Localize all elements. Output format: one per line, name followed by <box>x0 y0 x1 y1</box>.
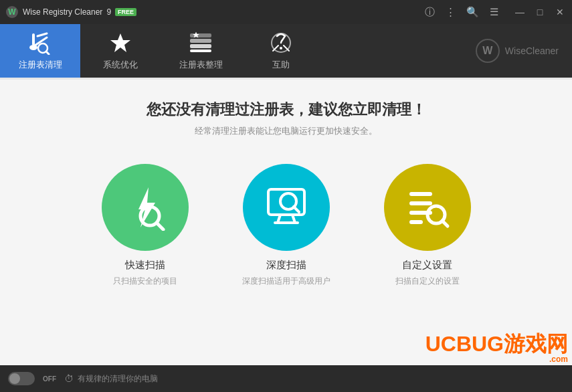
svg-line-32 <box>442 221 448 226</box>
deep-scan-feature[interactable]: 深度扫描 深度扫描适用于高级用户 <box>242 164 330 287</box>
title-bar: W Wise Registry Cleaner 9 FREE ⓘ ⋮ 🔍 ☰ —… <box>0 0 572 24</box>
clock-icon: ⏱ <box>64 373 74 384</box>
custom-scan-desc: 扫描自定义的设置 <box>395 276 460 287</box>
svg-rect-30 <box>409 220 423 224</box>
tab-registry-defrag[interactable]: 注册表整理 <box>161 24 241 78</box>
app-icon: W <box>5 5 19 19</box>
title-bar-controls: — □ ✕ <box>513 5 567 19</box>
tab-registry-clean-label: 注册表清理 <box>19 59 62 71</box>
title-bar-left: W Wise Registry Cleaner 9 FREE <box>5 5 136 19</box>
svg-text:W: W <box>8 7 16 17</box>
search-icon[interactable]: 🔍 <box>466 6 479 18</box>
info-icon[interactable]: ⓘ <box>425 6 435 19</box>
deep-scan-circle[interactable] <box>243 164 330 251</box>
footer-text: ⏱ 有规律的清理你的电脑 <box>64 373 158 385</box>
custom-scan-label: 自定义设置 <box>402 259 452 272</box>
deep-scan-desc: 深度扫描适用于高级用户 <box>242 276 330 287</box>
deep-scan-label: 深度扫描 <box>266 259 306 272</box>
schedule-toggle[interactable] <box>8 372 35 385</box>
tab-help[interactable]: 互助 <box>241 24 321 78</box>
brand-logo: W <box>476 39 500 63</box>
system-optimize-icon <box>108 31 132 55</box>
registry-defrag-icon <box>189 31 213 55</box>
custom-scan-feature[interactable]: 自定义设置 扫描自定义的设置 <box>384 164 471 287</box>
svg-line-7 <box>46 52 49 54</box>
fast-scan-label: 快速扫描 <box>125 259 165 272</box>
main-subtitle: 经常清理注册表能让您电脑运行更加快速安全。 <box>195 125 377 137</box>
svg-line-20 <box>157 223 163 229</box>
svg-rect-27 <box>409 192 432 196</box>
free-badge: FREE <box>115 8 136 16</box>
svg-rect-28 <box>409 201 432 205</box>
close-button[interactable]: ✕ <box>553 5 567 19</box>
svg-line-26 <box>294 207 299 212</box>
watermark: UCBUG游戏网 .com <box>425 333 572 364</box>
svg-rect-10 <box>190 39 211 43</box>
app-title: Wise Registry Cleaner <box>23 7 102 17</box>
menu-icon[interactable]: ☰ <box>490 6 498 18</box>
toggle-state-label: OFF <box>43 375 56 383</box>
custom-scan-circle[interactable] <box>384 164 471 251</box>
title-bar-icons: ⓘ ⋮ 🔍 ☰ <box>425 6 498 19</box>
main-content: 您还没有清理过注册表，建议您立即清理！ 经常清理注册表能让您电脑运行更加快速安全… <box>0 80 572 365</box>
fast-scan-feature[interactable]: 快速扫描 只扫描安全的项目 <box>102 164 189 287</box>
features-row: 快速扫描 只扫描安全的项目 深度扫描 深度扫描适用于高级用户 <box>102 164 471 287</box>
main-title: 您还没有清理过注册表，建议您立即清理！ <box>147 100 426 120</box>
minimize-button[interactable]: — <box>513 5 527 19</box>
footer-schedule-text: 有规律的清理你的电脑 <box>78 373 158 385</box>
toggle-knob <box>9 373 20 384</box>
tab-registry-defrag-label: 注册表整理 <box>179 59 223 71</box>
tab-system-optimize[interactable]: 系统优化 <box>80 24 161 78</box>
help-icon <box>269 31 293 55</box>
grid-icon[interactable]: ⋮ <box>446 6 456 18</box>
tab-help-label: 互助 <box>272 59 290 71</box>
fast-scan-circle[interactable] <box>102 164 189 251</box>
svg-rect-12 <box>190 50 211 52</box>
registry-clean-icon <box>28 31 52 55</box>
fast-scan-desc: 只扫描安全的项目 <box>113 276 177 287</box>
nav-brand: W WiseCleaner <box>476 39 559 63</box>
app-version: 9 <box>106 7 111 17</box>
tab-registry-clean[interactable]: 注册表清理 <box>0 24 80 78</box>
svg-point-15 <box>280 47 282 50</box>
brand-name: WiseCleaner <box>505 45 559 56</box>
maximize-button[interactable]: □ <box>533 5 547 19</box>
tab-system-optimize-label: 系统优化 <box>103 59 138 71</box>
footer: OFF ⏱ 有规律的清理你的电脑 <box>0 365 572 392</box>
svg-rect-11 <box>190 44 211 48</box>
svg-marker-8 <box>110 33 130 52</box>
svg-line-4 <box>37 33 47 36</box>
watermark-text: UCBUG游戏网 <box>425 333 572 355</box>
svg-rect-2 <box>32 33 35 45</box>
nav-bar: 注册表清理 系统优化 注册表整理 <box>0 24 572 78</box>
watermark-sub: .com <box>425 355 572 364</box>
